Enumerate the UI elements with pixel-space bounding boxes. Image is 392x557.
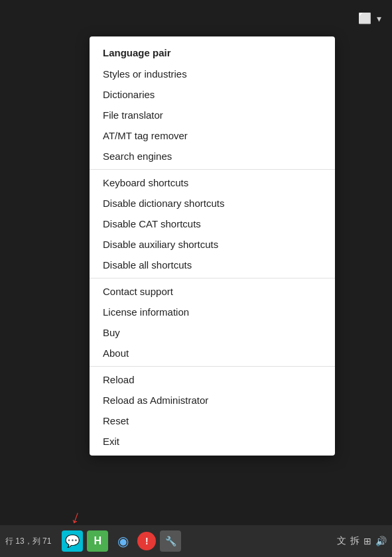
top-bar: ⬜ ▾ [259, 0, 392, 36]
menu-item-disable-all-shortcuts[interactable]: Disable all shortcuts [90, 255, 335, 275]
menu-item-reload[interactable]: Reload [90, 369, 335, 390]
menu-item-reload-admin[interactable]: Reload as Administrator [90, 390, 335, 410]
menu-item-disable-aux-shortcuts[interactable]: Disable auxiliary shortcuts [90, 234, 335, 255]
grid-icon[interactable]: ⊞ [363, 536, 371, 546]
divider-3 [90, 366, 335, 367]
menu-item-dictionaries[interactable]: Dictionaries [90, 84, 335, 105]
taskbar-left: 行 13，列 71 💬 H ◉ ! 🔧 [5, 530, 337, 552]
taskbar-right: 文 拆 ⊞ 🔊 [337, 535, 387, 547]
taskbar-icons: 💬 H ◉ ! 🔧 [62, 530, 181, 552]
circle-icon[interactable]: ◉ [112, 530, 133, 552]
menu-item-license-information[interactable]: License information [90, 302, 335, 322]
h-icon[interactable]: H [87, 530, 108, 552]
chai-icon[interactable]: 拆 [350, 535, 359, 547]
divider-2 [90, 278, 335, 278]
menu-item-disable-cat-shortcuts[interactable]: Disable CAT shortcuts [90, 214, 335, 234]
window-icon[interactable]: ⬜ [358, 12, 371, 25]
volume-icon[interactable]: 🔊 [375, 536, 387, 546]
menu-item-reset[interactable]: Reset [90, 410, 335, 431]
menu-item-styles-industries[interactable]: Styles or industries [90, 64, 335, 84]
menu-item-atmt-tag-remover[interactable]: AT/MT tag remover [90, 125, 335, 146]
chat-icon[interactable]: 💬 [62, 530, 83, 552]
wen-icon[interactable]: 文 [337, 535, 346, 547]
menu-item-keyboard-shortcuts[interactable]: Keyboard shortcuts [90, 172, 335, 193]
menu-item-contact-support[interactable]: Contact support [90, 281, 335, 302]
menu-item-buy[interactable]: Buy [90, 322, 335, 343]
menu-item-disable-dict-shortcuts[interactable]: Disable dictionary shortcuts [90, 193, 335, 214]
menu-item-language-pair[interactable]: Language pair [90, 40, 335, 64]
menu-item-about[interactable]: About [90, 343, 335, 363]
divider-1 [90, 169, 335, 170]
sys-icons: 文 拆 ⊞ 🔊 [337, 535, 387, 547]
exclamation-icon[interactable]: ! [137, 532, 156, 550]
dark-icon[interactable]: 🔧 [160, 530, 181, 552]
menu-item-exit[interactable]: Exit [90, 431, 335, 452]
menu-item-search-engines[interactable]: Search engines [90, 146, 335, 166]
context-menu: Language pair Styles or industries Dicti… [90, 36, 335, 456]
status-text: 行 13，列 71 [5, 536, 51, 547]
chevron-down-icon[interactable]: ▾ [377, 13, 381, 24]
menu-item-file-translator[interactable]: File translator [90, 105, 335, 125]
taskbar: 行 13，列 71 💬 H ◉ ! 🔧 文 拆 ⊞ 🔊 [0, 525, 392, 557]
